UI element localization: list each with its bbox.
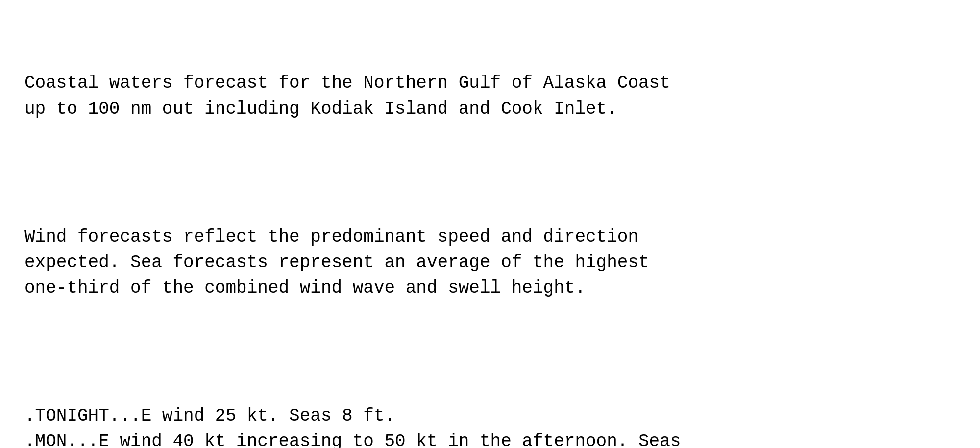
wind-note: Wind forecasts reflect the predominant s…: [24, 224, 956, 301]
forecast-period-0: .TONIGHT...E wind 25 kt. Seas 8 ft.: [24, 403, 956, 429]
forecast-period-1: .MON...E wind 40 kt increasing to 50 kt …: [24, 429, 956, 448]
forecast-header: Coastal waters forecast for the Northern…: [24, 71, 956, 122]
forecast-periods: .TONIGHT...E wind 25 kt. Seas 8 ft..MON.…: [24, 403, 956, 448]
forecast-container: Coastal waters forecast for the Northern…: [24, 20, 956, 448]
